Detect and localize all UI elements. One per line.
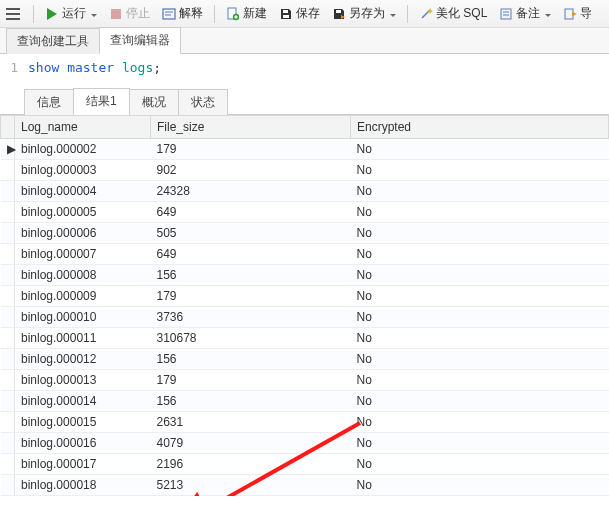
cell-log-name[interactable]: binlog.000005: [15, 202, 151, 223]
col-log-name[interactable]: Log_name: [15, 116, 151, 139]
cell-encrypted[interactable]: No: [351, 265, 609, 286]
table-row[interactable]: binlog.000014156No: [1, 391, 609, 412]
cell-log-name[interactable]: binlog.000017: [15, 454, 151, 475]
cell-file-size[interactable]: 2631: [151, 412, 351, 433]
result-grid[interactable]: Log_name File_size Encrypted ▶binlog.000…: [0, 115, 609, 496]
table-row[interactable]: binlog.00000424328No: [1, 181, 609, 202]
semicolon: ;: [153, 60, 161, 75]
cell-encrypted[interactable]: No: [351, 454, 609, 475]
sql-code[interactable]: show master logs;: [28, 60, 609, 75]
saveas-button[interactable]: 另存为: [328, 3, 400, 24]
table-row[interactable]: binlog.000009179No: [1, 286, 609, 307]
cell-encrypted[interactable]: No: [351, 475, 609, 496]
cell-encrypted[interactable]: No: [351, 202, 609, 223]
cell-log-name[interactable]: binlog.000004: [15, 181, 151, 202]
cell-file-size[interactable]: 505: [151, 223, 351, 244]
table-row[interactable]: binlog.000003902No: [1, 160, 609, 181]
cell-log-name[interactable]: binlog.000007: [15, 244, 151, 265]
cell-encrypted[interactable]: No: [351, 370, 609, 391]
table-row[interactable]: binlog.000012156No: [1, 349, 609, 370]
table-row[interactable]: binlog.0000185213No: [1, 475, 609, 496]
cell-encrypted[interactable]: No: [351, 349, 609, 370]
cell-file-size[interactable]: 4079: [151, 433, 351, 454]
tab-info[interactable]: 信息: [24, 89, 74, 115]
explain-button[interactable]: 解释: [158, 3, 207, 24]
cell-file-size[interactable]: 2196: [151, 454, 351, 475]
cell-file-size[interactable]: 649: [151, 202, 351, 223]
cell-log-name[interactable]: binlog.000002: [15, 139, 151, 160]
table-row[interactable]: binlog.000006505No: [1, 223, 609, 244]
dropdown-icon[interactable]: [89, 7, 97, 21]
export-button[interactable]: 导: [559, 3, 596, 24]
cell-log-name[interactable]: binlog.000014: [15, 391, 151, 412]
cell-encrypted[interactable]: No: [351, 412, 609, 433]
cell-log-name[interactable]: binlog.000006: [15, 223, 151, 244]
sql-editor[interactable]: 1 show master logs;: [0, 54, 609, 85]
cell-file-size[interactable]: 902: [151, 160, 351, 181]
cell-file-size[interactable]: 156: [151, 391, 351, 412]
cell-log-name[interactable]: binlog.000011: [15, 328, 151, 349]
cell-encrypted[interactable]: No: [351, 286, 609, 307]
cell-encrypted[interactable]: No: [351, 160, 609, 181]
cell-file-size[interactable]: 5213: [151, 475, 351, 496]
cell-log-name[interactable]: binlog.000009: [15, 286, 151, 307]
menu-icon[interactable]: [4, 4, 26, 24]
tab-result1[interactable]: 结果1: [73, 88, 130, 115]
tab-query-builder[interactable]: 查询创建工具: [6, 28, 100, 54]
cell-encrypted[interactable]: No: [351, 181, 609, 202]
cell-encrypted[interactable]: No: [351, 328, 609, 349]
cell-encrypted[interactable]: No: [351, 391, 609, 412]
dropdown-icon[interactable]: [388, 7, 396, 21]
table-row[interactable]: binlog.0000172196No: [1, 454, 609, 475]
cell-encrypted[interactable]: No: [351, 244, 609, 265]
new-button[interactable]: 新建: [222, 3, 271, 24]
table-row[interactable]: binlog.0000152631No: [1, 412, 609, 433]
cell-file-size[interactable]: 3736: [151, 307, 351, 328]
cell-encrypted[interactable]: No: [351, 139, 609, 160]
cell-log-name[interactable]: binlog.000008: [15, 265, 151, 286]
cell-file-size[interactable]: 310678: [151, 328, 351, 349]
cell-encrypted[interactable]: No: [351, 223, 609, 244]
stop-label: 停止: [126, 5, 150, 22]
tab-status[interactable]: 状态: [178, 89, 228, 115]
col-file-size[interactable]: File_size: [151, 116, 351, 139]
notes-button[interactable]: 备注: [495, 3, 555, 24]
cell-file-size[interactable]: 179: [151, 139, 351, 160]
cell-file-size[interactable]: 649: [151, 244, 351, 265]
cell-log-name[interactable]: binlog.000016: [15, 433, 151, 454]
tab-overview[interactable]: 概况: [129, 89, 179, 115]
run-button[interactable]: 运行: [41, 3, 101, 24]
svg-rect-17: [565, 9, 573, 19]
cell-encrypted[interactable]: No: [351, 433, 609, 454]
cell-log-name[interactable]: binlog.000018: [15, 475, 151, 496]
table-row[interactable]: binlog.000007649No: [1, 244, 609, 265]
col-encrypted[interactable]: Encrypted: [351, 116, 609, 139]
cell-log-name[interactable]: binlog.000012: [15, 349, 151, 370]
table-row[interactable]: binlog.0000103736No: [1, 307, 609, 328]
cell-file-size[interactable]: 156: [151, 349, 351, 370]
table-row[interactable]: binlog.000008156No: [1, 265, 609, 286]
row-pointer-header: [1, 116, 15, 139]
tab-query-editor[interactable]: 查询编辑器: [99, 27, 181, 54]
dropdown-icon[interactable]: [543, 7, 551, 21]
cell-log-name[interactable]: binlog.000010: [15, 307, 151, 328]
table-row[interactable]: binlog.0000164079No: [1, 433, 609, 454]
cell-file-size[interactable]: 156: [151, 265, 351, 286]
cell-file-size[interactable]: 24328: [151, 181, 351, 202]
save-button[interactable]: 保存: [275, 3, 324, 24]
cell-log-name[interactable]: binlog.000015: [15, 412, 151, 433]
cell-encrypted[interactable]: No: [351, 307, 609, 328]
cell-log-name[interactable]: binlog.000013: [15, 370, 151, 391]
row-pointer: [1, 328, 15, 349]
new-label: 新建: [243, 5, 267, 22]
stop-button[interactable]: 停止: [105, 3, 154, 24]
table-row[interactable]: ▶binlog.000002179No: [1, 139, 609, 160]
table-row[interactable]: binlog.000013179No: [1, 370, 609, 391]
beautify-button[interactable]: 美化 SQL: [415, 3, 491, 24]
cell-log-name[interactable]: binlog.000003: [15, 160, 151, 181]
table-row[interactable]: binlog.000005649No: [1, 202, 609, 223]
table-row[interactable]: binlog.000011310678No: [1, 328, 609, 349]
run-label: 运行: [62, 5, 86, 22]
cell-file-size[interactable]: 179: [151, 370, 351, 391]
cell-file-size[interactable]: 179: [151, 286, 351, 307]
